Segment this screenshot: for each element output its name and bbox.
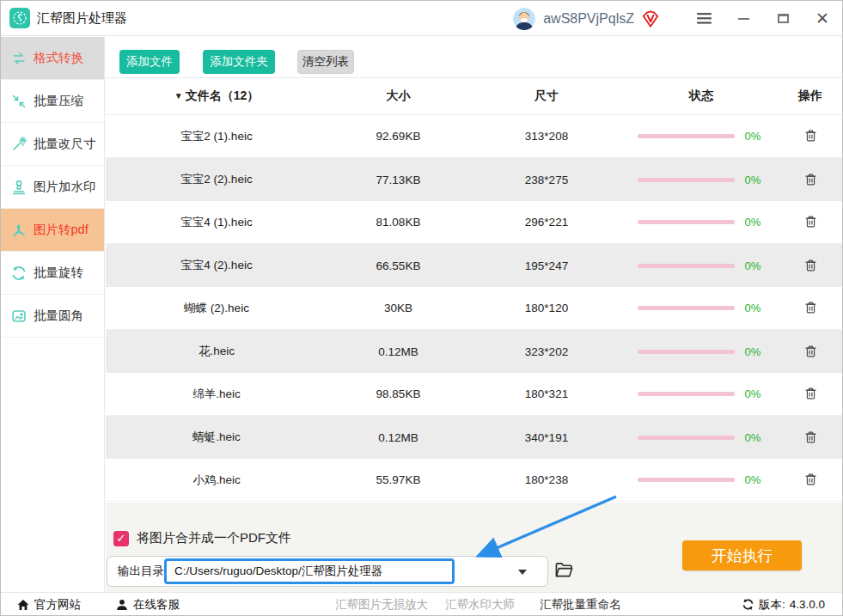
file-name: 小鸡.heic: [106, 473, 327, 488]
file-name: 宝宝2 (2).heic: [106, 172, 327, 187]
maximize-button[interactable]: [763, 1, 803, 36]
file-dimension: 296*221: [469, 216, 624, 229]
table-row: 宝宝4 (1).heic 81.08KB 296*221 0%: [106, 201, 842, 244]
footer-link-watermark[interactable]: 汇帮水印大师: [445, 593, 515, 616]
delete-file-button[interactable]: [802, 384, 820, 403]
file-size: 0.12MB: [327, 431, 469, 444]
sidebar-item[interactable]: 批量改尺寸: [1, 123, 104, 166]
sidebar-item-label: 批量旋转: [34, 265, 83, 281]
output-path-input[interactable]: C:/Users/ruguo/Desktop/汇帮图片处理器: [164, 558, 455, 584]
file-status: 0%: [624, 302, 779, 314]
header-filename[interactable]: ▼文件名（12）: [106, 88, 327, 104]
compress-icon: [10, 93, 27, 110]
person-icon: [115, 598, 129, 612]
progress-bar: [638, 350, 735, 354]
sidebar-item[interactable]: 图片转pdf: [1, 209, 104, 252]
footer-link-rename[interactable]: 汇帮批量重命名: [540, 593, 621, 616]
file-status: 0%: [624, 387, 779, 400]
progress-percent: 0%: [745, 387, 766, 400]
table-row: 绵羊.heic 98.85KB 180*321 0%: [106, 373, 842, 416]
user-avatar[interactable]: [513, 8, 535, 30]
file-size: 98.85KB: [327, 387, 469, 400]
file-size: 66.55KB: [327, 259, 469, 272]
sidebar-item-label: 批量改尺寸: [34, 136, 96, 152]
file-status: 0%: [624, 473, 779, 486]
header-dimension: 尺寸: [469, 88, 624, 104]
file-name: 宝宝2 (1).heic: [106, 129, 327, 144]
titlebar: 汇帮图片处理器 awS8PVjPqlsZ ✕: [1, 1, 842, 36]
file-name: 蝴蝶 (2).heic: [106, 301, 327, 316]
file-status: 0%: [624, 130, 779, 143]
add-file-button[interactable]: 添加文件: [119, 50, 180, 74]
vip-badge-icon[interactable]: [641, 9, 660, 28]
clear-list-button[interactable]: 清空列表: [297, 50, 354, 74]
file-list: 宝宝2 (1).heic 92.69KB 313*208 0% 宝宝2: [106, 115, 842, 502]
table-row: 宝宝4 (2).heic 66.55KB 195*247 0%: [106, 244, 842, 287]
round-corner-icon: [10, 308, 27, 325]
sidebar-item[interactable]: 批量旋转: [1, 252, 104, 295]
sidebar-item-label: 图片加水印: [34, 179, 96, 195]
delete-file-button[interactable]: [802, 126, 820, 145]
file-size: 92.69KB: [327, 130, 469, 143]
file-name: 花.heic: [106, 344, 327, 359]
table-row: 花.heic 0.12MB 323*202 0%: [106, 330, 842, 373]
rotate-icon: [10, 265, 27, 282]
file-size: 0.12MB: [327, 345, 469, 358]
official-site-link[interactable]: 官方网站: [16, 593, 81, 616]
add-folder-button[interactable]: 添加文件夹: [203, 50, 275, 74]
progress-bar: [638, 392, 735, 396]
delete-file-button[interactable]: [802, 256, 820, 275]
hamburger-menu-icon[interactable]: [684, 1, 724, 36]
file-status: 0%: [624, 431, 779, 444]
progress-bar: [638, 478, 735, 482]
progress-percent: 0%: [745, 130, 766, 143]
merge-pdf-row: 将图片合并成一个PDF文件: [113, 530, 291, 546]
sidebar-item[interactable]: 批量压缩: [1, 80, 104, 123]
delete-file-button[interactable]: [802, 428, 820, 447]
table-row: 小鸡.heic 55.97KB 180*238 0%: [106, 459, 842, 502]
home-icon: [16, 598, 30, 612]
resize-icon: [10, 136, 27, 153]
delete-file-button[interactable]: [802, 170, 820, 189]
browse-folder-button[interactable]: [554, 561, 574, 579]
progress-percent: 0%: [745, 302, 766, 314]
delete-file-button[interactable]: [802, 342, 820, 361]
app-title: 汇帮图片处理器: [37, 10, 127, 27]
start-button[interactable]: 开始执行: [682, 540, 802, 570]
file-dimension: 238*275: [469, 174, 624, 186]
progress-percent: 0%: [745, 216, 766, 229]
file-name: 宝宝4 (2).heic: [106, 258, 327, 273]
delete-file-button[interactable]: [802, 212, 820, 231]
version-info[interactable]: 版本:4.3.0.0: [742, 593, 825, 616]
minimize-button[interactable]: [724, 1, 763, 36]
output-directory-combobox: 输出目录: C:/Users/ruguo/Desktop/汇帮图片处理器: [107, 556, 548, 587]
file-name: 绵羊.heic: [106, 387, 327, 402]
delete-file-button[interactable]: [802, 298, 820, 317]
file-name: 蜻蜓.heic: [106, 430, 327, 445]
close-button[interactable]: ✕: [803, 1, 842, 36]
table-row: 蜻蜓.heic 0.12MB 340*191 0%: [106, 416, 842, 459]
dropdown-arrow-icon[interactable]: [518, 570, 527, 575]
file-actions: [779, 384, 842, 404]
sidebar-item[interactable]: 格式转换: [1, 37, 104, 80]
file-actions: [779, 342, 842, 362]
merge-pdf-checkbox[interactable]: [113, 531, 129, 546]
sidebar-item-label: 格式转换: [34, 50, 83, 66]
delete-file-button[interactable]: [802, 470, 820, 489]
sidebar-item-label: 批量压缩: [34, 93, 83, 109]
online-service-link[interactable]: 在线客服: [115, 593, 180, 616]
sidebar-item[interactable]: 批量圆角: [1, 295, 104, 338]
progress-bar: [638, 264, 735, 268]
file-actions: [779, 126, 842, 146]
progress-bar: [638, 134, 735, 138]
username[interactable]: awS8PVjPqlsZ: [543, 11, 634, 27]
file-actions: [779, 428, 842, 448]
file-name: 宝宝4 (1).heic: [106, 215, 327, 230]
bottom-panel: 将图片合并成一个PDF文件 输出目录: C:/Users/ruguo/Deskt…: [106, 503, 842, 592]
progress-percent: 0%: [745, 431, 766, 444]
file-actions: [779, 298, 842, 318]
file-size: 77.13KB: [327, 174, 469, 186]
sidebar-item[interactable]: 图片加水印: [1, 166, 104, 209]
sidebar-item-label: 图片转pdf: [34, 222, 89, 238]
footer-link-lossless[interactable]: 汇帮图片无损放大: [335, 593, 428, 616]
